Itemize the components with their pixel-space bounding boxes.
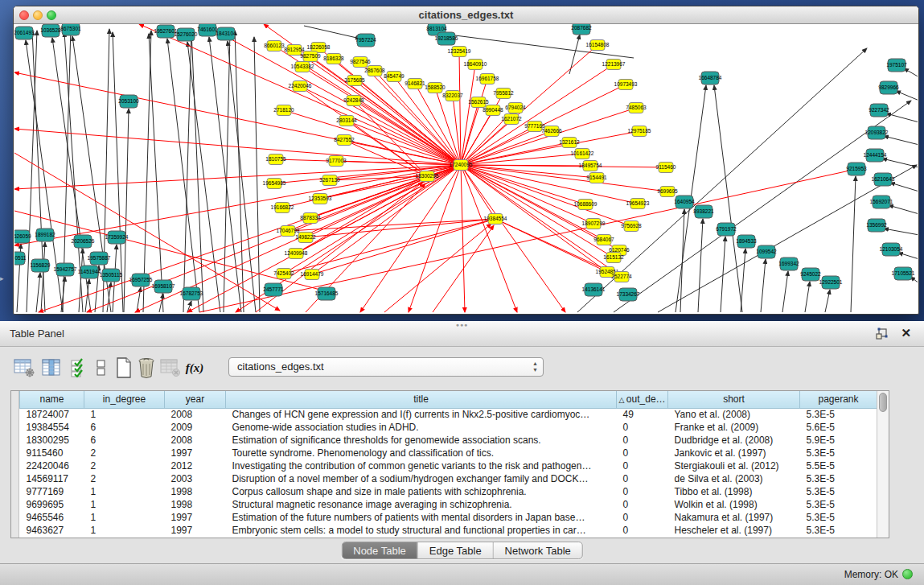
table-row[interactable]: 911546021997Tourette syndrome. Phenomeno… <box>20 447 877 459</box>
graph-node[interactable]: 10688609 <box>574 200 598 210</box>
graph-node[interactable]: 16210643 <box>872 173 895 186</box>
graph-node[interactable]: 1156829 <box>31 259 51 272</box>
citation-edge-black[interactable] <box>149 34 163 312</box>
graph-node[interactable]: 9177003 <box>326 156 347 167</box>
graph-node[interactable]: 1899182 <box>35 229 55 241</box>
graph-node[interactable]: 17105521 <box>892 267 915 280</box>
graph-node[interactable]: 12103054 <box>880 243 903 256</box>
graph-node[interactable]: 15942757 <box>54 263 77 276</box>
graph-node[interactable]: 11451944 <box>78 266 101 278</box>
table-row[interactable]: 946362711997Embryonic stem cells: a mode… <box>20 524 877 537</box>
graph-node[interactable]: 8675301 <box>60 24 81 35</box>
graph-node[interactable]: 12325419 <box>448 47 471 57</box>
graph-node[interactable]: 18907299 <box>582 219 606 229</box>
column-header-pagerank[interactable]: pagerank <box>800 391 877 408</box>
graph-node[interactable]: 10161422 <box>571 149 594 159</box>
table-row[interactable]: 946554611997Estimation of the future num… <box>20 511 877 524</box>
tab-network-table[interactable]: Network Table <box>494 542 582 558</box>
citation-edge-black[interactable] <box>183 32 191 312</box>
citation-edge-red[interactable] <box>459 51 461 165</box>
graph-node[interactable]: 14136141 <box>582 283 606 296</box>
graph-node[interactable]: 9756928 <box>621 221 642 232</box>
graph-node[interactable]: 6794024 <box>505 103 526 113</box>
graph-node[interactable]: 1356992 <box>866 219 887 232</box>
citation-edge-red[interactable] <box>203 24 461 165</box>
column-header-short[interactable]: short <box>668 391 800 408</box>
graph-node[interactable]: 12213967 <box>602 60 626 70</box>
graph-node[interactable]: 2457771 <box>263 283 284 296</box>
graph-node[interactable]: 1640954 <box>674 196 695 208</box>
citation-edge-black[interactable] <box>761 259 766 312</box>
graph-node[interactable]: 8660123 <box>264 41 285 51</box>
tab-node-table[interactable]: Node Table <box>342 542 418 558</box>
graph-node[interactable]: 7462666 <box>541 126 562 137</box>
graph-node[interactable]: 9154491 <box>586 173 607 183</box>
graph-node[interactable]: 19654923 <box>626 199 650 209</box>
citation-edge-black[interactable] <box>851 176 856 312</box>
network-select-dropdown[interactable]: citations_edges.txt ▲▼ <box>228 357 544 377</box>
citation-edge-red[interactable] <box>282 165 461 208</box>
graph-node[interactable]: 1321612 <box>559 138 580 148</box>
citation-edge-black[interactable] <box>884 136 918 145</box>
graph-node[interactable]: 2053100 <box>118 95 139 108</box>
citation-edge-black[interactable] <box>304 26 360 39</box>
graph-node[interactable]: 17359924 <box>105 231 129 244</box>
scrollbar-thumb[interactable] <box>879 393 887 412</box>
column-header-name[interactable]: name <box>20 391 84 408</box>
graph-node[interactable]: 1975107 <box>886 59 907 72</box>
graph-node[interactable]: 10543382 <box>291 62 314 72</box>
column-header-year[interactable]: year <box>165 391 226 408</box>
graph-node[interactable]: 9146821 <box>405 79 425 89</box>
graph-node[interactable]: 16957255 <box>129 274 153 286</box>
citation-edge-red[interactable] <box>461 64 475 165</box>
graph-node[interactable]: 1099542 <box>756 245 777 258</box>
graph-node[interactable]: 16782753 <box>180 287 203 300</box>
graph-node[interactable]: 8878334 <box>300 213 321 224</box>
citation-edge-black[interactable] <box>782 271 788 312</box>
table-row[interactable]: 977716911998Corpus callosum shape and si… <box>20 485 877 498</box>
new-table-icon[interactable] <box>113 356 135 379</box>
graph-node[interactable]: 9827509 <box>300 51 321 62</box>
graph-node[interactable]: 19218586 <box>435 32 458 45</box>
graph-node[interactable]: 8938221 <box>693 205 714 218</box>
citation-edge-red[interactable] <box>461 131 552 165</box>
graph-node[interactable]: 2626059 <box>14 230 31 243</box>
citation-edge-red[interactable] <box>461 142 569 165</box>
table-settings-icon[interactable] <box>13 356 35 379</box>
table-vertical-scrollbar[interactable] <box>877 391 889 538</box>
citation-edge-red[interactable] <box>461 165 465 312</box>
graph-node[interactable]: 12409948 <box>285 249 308 259</box>
citation-edge-black[interactable] <box>882 159 918 167</box>
graph-node[interactable]: 1810755 <box>265 154 286 165</box>
column-header-title[interactable]: title <box>226 391 617 408</box>
graph-node[interactable]: 15692071 <box>870 196 893 208</box>
graph-node[interactable]: 20206526 <box>72 235 95 248</box>
citation-edge-black[interactable] <box>898 253 918 259</box>
graph-node[interactable]: 8454749 <box>384 72 405 82</box>
graph-node[interactable]: 1615132 <box>603 253 624 263</box>
graph-node[interactable]: 6791972 <box>716 223 737 236</box>
citation-edge-black[interactable] <box>890 183 918 192</box>
graph-node[interactable]: 16961758 <box>476 74 499 84</box>
network-canvas[interactable]: 1724009586601238912954182260589827509818… <box>14 24 918 313</box>
citation-edge-black[interactable] <box>187 42 220 312</box>
table-header-row[interactable]: namein_degreeyeartitle△ out_de…shortpage… <box>20 391 877 408</box>
citation-edge-black[interactable] <box>698 219 703 312</box>
graph-node[interactable]: 8427552 <box>334 135 355 146</box>
window-titlebar[interactable]: citations_edges.txt <box>14 6 918 24</box>
graph-node[interactable]: 7957224 <box>355 34 376 47</box>
graph-node[interactable]: 12922501 <box>819 276 843 289</box>
graph-node[interactable]: 9245022 <box>800 268 821 281</box>
graph-node[interactable]: 9684067 <box>593 235 614 245</box>
graph-node[interactable]: 2803144 <box>336 116 357 126</box>
graph-node[interactable]: 17334267 <box>617 288 640 301</box>
citation-edge-black[interactable] <box>896 91 918 101</box>
graph-node[interactable]: 2061493 <box>14 27 35 39</box>
graph-node[interactable]: 1350511 <box>14 252 27 265</box>
graph-node[interactable]: 9115460 <box>656 163 676 173</box>
citation-edge-black[interactable] <box>825 290 830 312</box>
citation-edge-red[interactable] <box>384 224 491 312</box>
citation-edge-black[interactable] <box>805 282 810 312</box>
graph-node[interactable]: 1036528 <box>40 24 61 37</box>
graph-node[interactable]: 12444154 <box>864 149 887 162</box>
